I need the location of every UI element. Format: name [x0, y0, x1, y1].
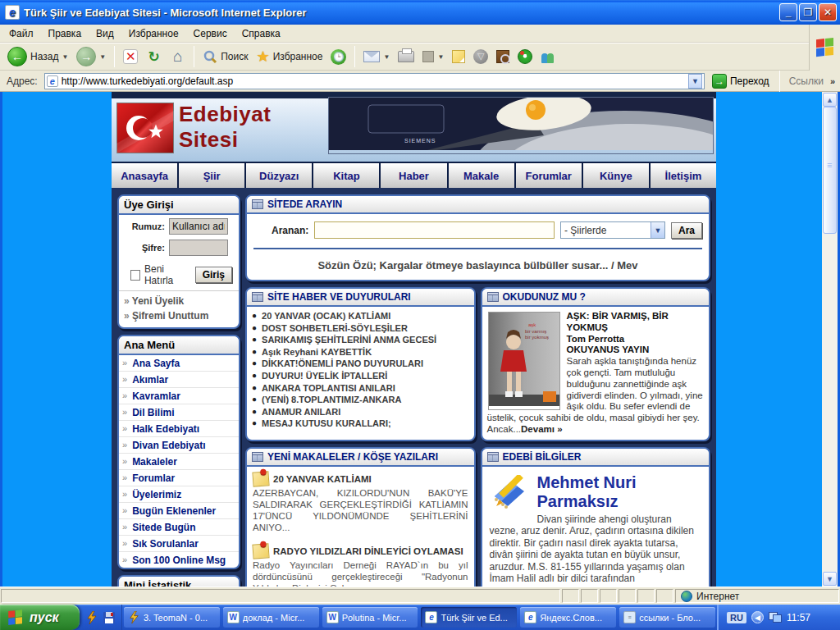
news-link[interactable]: ●(YENİ) 8.TOPLANTIMIZ-ANKARA — [252, 394, 469, 406]
maximize-button[interactable]: ❐ — [799, 3, 817, 21]
floppy-icon[interactable] — [103, 611, 116, 624]
plugin-button[interactable]: ▽ — [471, 48, 491, 66]
menu-link-siksorulanlar[interactable]: »Sık Sorulanlar — [119, 536, 239, 552]
news-link[interactable]: ●ANKARA TOPLANTISI ANILARI — [252, 382, 469, 395]
icq-button[interactable] — [515, 48, 535, 66]
nav-duzyazi[interactable]: Düzyazı — [246, 163, 312, 188]
book-title[interactable]: AŞK: BİR VARMIŞ, BİR YOKMUŞ — [567, 311, 669, 332]
nav-haber[interactable]: Haber — [381, 163, 446, 188]
menu-link-sitedebugun[interactable]: »Sitede Bugün — [119, 519, 239, 536]
close-button[interactable]: ✕ — [819, 3, 837, 21]
search-category-select[interactable]: - Şiirlerde ▼ — [560, 221, 665, 239]
new-membership-link[interactable]: Yeni Üyelik — [124, 294, 234, 308]
menu-help[interactable]: Справка — [235, 26, 288, 41]
stop-button[interactable]: ✕ — [121, 48, 140, 66]
messenger-button[interactable] — [538, 48, 558, 66]
nav-iletisim[interactable]: İletişim — [651, 163, 716, 188]
links-chevron-icon[interactable]: » — [830, 76, 837, 86]
scroll-down-button[interactable]: ▼ — [823, 572, 837, 586]
news-link[interactable]: ●20 YANVAR (OCAK) KATLİAMI — [252, 310, 469, 322]
vertical-scrollbar[interactable]: ▲ ▼ — [822, 92, 838, 587]
menu-edit[interactable]: Правка — [41, 26, 89, 41]
password-input[interactable] — [169, 240, 228, 256]
news-link[interactable]: ●ANAMUR ANILARI — [252, 406, 469, 418]
book-more-link[interactable]: Devamı » — [521, 424, 563, 434]
notes-button[interactable] — [450, 48, 468, 65]
banner-ad[interactable]: SIEMENS — [328, 97, 714, 154]
address-input[interactable]: e http://www.turkedebiyati.org/default.a… — [44, 73, 705, 89]
winamp-icon[interactable] — [85, 611, 98, 624]
remember-checkbox[interactable] — [130, 270, 140, 281]
site-search-button[interactable]: Ara — [671, 222, 702, 239]
menu-file[interactable]: Файл — [2, 26, 41, 41]
task-ie-turk-siir[interactable]: e Türk Şiir ve Ed... — [421, 607, 517, 628]
status-bar: Интернет — [0, 587, 840, 605]
task-winamp[interactable]: 3. TeomaN - 0... — [124, 607, 220, 628]
menu-tools[interactable]: Сервис — [186, 26, 235, 41]
menu-link-forumlar[interactable]: »Forumlar — [119, 470, 239, 486]
address-dropdown-icon[interactable]: ▼ — [688, 74, 702, 89]
edit-dropdown-icon[interactable]: ▼ — [437, 53, 444, 61]
menu-link-uyelerimiz[interactable]: »Üyelerimiz — [119, 486, 239, 503]
article-title-row[interactable]: 20 YANVAR KATLİAMI — [253, 472, 468, 486]
nav-forumlar[interactable]: Forumlar — [516, 163, 582, 188]
nav-kunye[interactable]: Künye — [583, 163, 649, 188]
scroll-up-button[interactable]: ▲ — [823, 93, 837, 107]
turkish-flag-logo[interactable] — [116, 103, 174, 157]
mail-button[interactable]: ▼ — [361, 49, 392, 64]
book-cover-image[interactable]: aşk bir varmış bir yokmuş — [488, 312, 560, 410]
menu-link-makaleler[interactable]: »Makaleler — [119, 454, 239, 470]
news-link[interactable]: ●Aşık Reyhani KAYBETTİK — [252, 346, 469, 358]
news-link[interactable]: ●MESAJ KUTUSU KURALLARI; — [252, 418, 469, 430]
menu-link-halkedebiyati[interactable]: »Halk Edebiyatı — [119, 421, 239, 437]
login-submit-button[interactable]: Giriş — [195, 267, 232, 283]
task-ie-yandex[interactable]: e Яндекс.Слов... — [520, 607, 616, 628]
start-button[interactable]: пуск — [0, 605, 80, 630]
mail-dropdown-icon[interactable]: ▼ — [383, 53, 390, 61]
back-dropdown-icon[interactable]: ▼ — [62, 53, 68, 61]
nav-kitap[interactable]: Kitap — [313, 163, 379, 188]
menu-view[interactable]: Вид — [89, 26, 121, 41]
news-link[interactable]: ●DOST SOHBETLERİ-SÖYLEŞİLER — [252, 322, 469, 335]
task-notepad-ssylki[interactable]: ≡ ссылки - Бло... — [619, 607, 715, 628]
news-link[interactable]: ●DİKKAT!ÖNEMLİ PANO DUYURULARI — [252, 358, 469, 370]
site-logo-text[interactable]: Edebiyat Sitesi — [179, 102, 271, 153]
nav-siir[interactable]: Şiir — [179, 163, 244, 188]
menu-link-anasayfa[interactable]: »Ana Sayfa — [119, 355, 239, 372]
forgot-password-link[interactable]: Şifremi Unuttum — [124, 308, 234, 323]
news-link[interactable]: ●SARIKAMIŞ ŞEHİTLERİNİ ANMA GECESİ — [252, 334, 469, 346]
history-button[interactable]: 🕒 — [328, 48, 349, 66]
task-word-polutina[interactable]: W Polutina - Micr... — [322, 607, 418, 628]
forward-button[interactable]: → ▼ — [74, 45, 108, 68]
news-link[interactable]: ●DUYURU! ÜYELİK İPTALLERİ — [252, 370, 469, 382]
search-button[interactable]: Поиск — [200, 48, 250, 66]
hide-icons-button[interactable]: ◀ — [751, 611, 764, 623]
menu-link-kavramlar[interactable]: »Kavramlar — [119, 388, 239, 404]
network-icon[interactable] — [769, 612, 782, 623]
menu-favorites[interactable]: Избранное — [121, 26, 186, 41]
go-button[interactable]: → Переход — [708, 73, 774, 89]
menu-link-bugneklenenler[interactable]: »Bugün Eklenenler — [119, 503, 239, 519]
back-button[interactable]: ← Назад ▼ — [5, 45, 71, 68]
dictionary-button[interactable] — [494, 48, 512, 65]
links-label[interactable]: Ссылки — [786, 75, 827, 87]
site-search-input[interactable] — [314, 221, 555, 239]
task-word-doklad[interactable]: W доклад - Micr... — [223, 607, 319, 628]
home-button[interactable]: ⌂ — [167, 48, 188, 66]
nav-anasayfa[interactable]: Anasayfa — [112, 163, 177, 188]
language-indicator[interactable]: RU — [727, 612, 746, 623]
article-title-row[interactable]: RADYO YILDIZLARI DİNLEYİCİ OYLAMASI — [253, 544, 468, 559]
refresh-button[interactable]: ↻ — [144, 48, 164, 66]
menu-link-divanedebiyati[interactable]: »Divan Edebiyatı — [119, 437, 239, 454]
menu-link-akimlar[interactable]: »Akımlar — [119, 372, 239, 388]
forward-dropdown-icon[interactable]: ▼ — [99, 53, 106, 61]
menu-link-son100[interactable]: »Son 100 Online Msg — [119, 552, 239, 568]
nav-makale[interactable]: Makale — [449, 163, 514, 188]
minimize-button[interactable]: _ — [779, 3, 797, 21]
scrollbar-thumb[interactable] — [823, 107, 837, 234]
favorites-button[interactable]: ★ Избранное — [254, 46, 326, 67]
menu-link-dilbilimi[interactable]: »Dil Bilimi — [119, 404, 239, 421]
username-input[interactable] — [169, 218, 228, 235]
edit-button[interactable]: ▼ — [420, 49, 446, 64]
print-button[interactable] — [395, 49, 417, 64]
